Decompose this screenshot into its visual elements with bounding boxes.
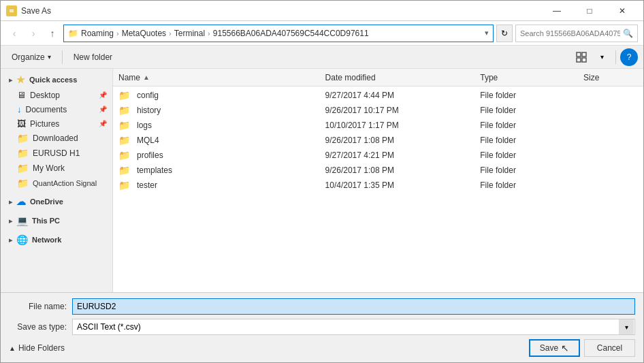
path-part-id: 915566BA06ADA407569C544CC0D97611 [213,29,369,38]
file-date: 9/27/2017 4:21 PM [325,151,481,160]
file-list: 📁 config 9/27/2017 4:44 PM File folder 📁… [113,86,643,292]
column-date[interactable]: Date modified [325,73,481,82]
column-name[interactable]: Name ▲ [118,73,325,82]
maximize-button[interactable]: □ [574,1,605,21]
onedrive-icon: ☁ [16,196,26,207]
onedrive-expand-icon: ▸ [9,198,12,206]
save-button[interactable]: Save ↖ [529,339,580,357]
saveastype-wrapper: ASCII Text (*.csv) ▾ [72,319,635,335]
pictures-icon: 🖼 [17,119,26,129]
table-row[interactable]: 📁 profiles 9/27/2017 4:21 PM File folder [113,148,643,163]
sidebar-item-eurusd[interactable]: 📁 EURUSD H1 [1,146,112,161]
svg-rect-0 [8,7,15,14]
file-type: File folder [480,136,583,145]
cursor-icon: ↖ [561,343,569,353]
left-panel: ▸ ★ Quick access 🖥 Desktop 📌 ↓ Documents… [1,69,113,292]
documents-icon: ↓ [17,104,22,114]
column-size[interactable]: Size [583,73,638,82]
file-name: config [137,91,159,100]
eurusd-folder-icon: 📁 [17,148,29,159]
filename-row: File name: [9,298,635,315]
filename-input[interactable] [72,298,635,315]
file-name: profiles [137,151,163,160]
onedrive-header[interactable]: ▸ ☁ OneDrive [1,193,112,210]
bottom-area: File name: Save as type: ASCII Text (*.c… [1,292,643,362]
folder-item-icon: 📁 [118,105,130,116]
file-type: File folder [480,91,583,100]
file-name: MQL4 [137,136,159,145]
content-area: ▸ ★ Quick access 🖥 Desktop 📌 ↓ Documents… [1,69,643,292]
sidebar-item-documents[interactable]: ↓ Documents 📌 [1,102,112,116]
new-folder-button[interactable]: New folder [68,48,118,66]
saveastype-row: Save as type: ASCII Text (*.csv) ▾ [9,319,635,335]
table-row[interactable]: 📁 config 9/27/2017 4:44 PM File folder [113,88,643,103]
up-button[interactable]: ↑ [44,25,61,42]
pin-icon-2: 📌 [99,106,107,113]
sidebar-item-pictures[interactable]: 🖼 Pictures 📌 [1,116,112,131]
network-icon: 🌐 [16,234,28,245]
right-panel: Name ▲ Date modified Type Size 📁 config [113,69,643,292]
column-type[interactable]: Type [480,73,583,82]
minimize-button[interactable]: — [541,1,573,21]
svg-rect-5 [577,58,581,62]
network-label: Network [32,236,61,244]
folder-item-icon: 📁 [118,150,130,161]
thispc-header[interactable]: ▸ 💻 This PC [1,212,112,229]
table-row[interactable]: 📁 MQL4 9/26/2017 1:08 PM File folder [113,133,643,148]
view-dropdown-button[interactable]: ▾ [592,48,611,66]
table-row[interactable]: 📁 logs 10/10/2017 1:17 PM File folder [113,118,643,133]
table-row[interactable]: 📁 history 9/26/2017 10:17 PM File folder [113,103,643,118]
quantaction-folder-icon: 📁 [17,178,29,189]
address-path[interactable]: 📁 Roaming › MetaQuotes › Terminal › 9155… [63,25,494,42]
file-type: File folder [480,106,583,115]
file-date: 10/4/2017 1:35 PM [325,180,481,190]
table-row[interactable]: 📁 tester 10/4/2017 1:35 PM File folder [113,178,643,193]
view-icon [576,52,587,63]
title-bar: Save As — □ ✕ [1,1,643,21]
svg-rect-3 [577,52,581,57]
organize-button[interactable]: Organize ▾ [6,48,57,66]
file-name: logs [137,121,152,130]
svg-rect-4 [582,52,586,57]
saveastype-label: Save as type: [9,322,67,332]
path-part-roaming: Roaming [81,29,114,38]
back-button[interactable]: ‹ [6,25,22,42]
sidebar-item-downloaded[interactable]: 📁 Downloaded [1,131,112,146]
sidebar-item-mywork[interactable]: 📁 My Work [1,161,112,176]
quick-access-expand-icon: ▸ [9,76,12,84]
folder-item-icon: 📁 [118,120,130,131]
file-list-header: Name ▲ Date modified Type Size [113,69,643,86]
path-part-metaquotes: MetaQuotes [122,29,166,38]
quick-access-group: ▸ ★ Quick access 🖥 Desktop 📌 ↓ Documents… [1,72,112,191]
file-type: File folder [480,121,583,130]
close-button[interactable]: ✕ [607,1,638,21]
thispc-label: This PC [32,217,60,225]
hide-folders-expand-icon: ▲ [9,345,16,352]
network-group: ▸ 🌐 Network [1,232,112,248]
sidebar-item-quantaction[interactable]: 📁 QuantAction Signal [1,176,112,191]
sidebar-item-desktop[interactable]: 🖥 Desktop 📌 [1,88,112,102]
folder-item-icon: 📁 [118,165,130,176]
thispc-expand-icon: ▸ [9,217,12,225]
downloaded-folder-icon: 📁 [17,133,29,144]
refresh-button[interactable]: ↻ [496,25,513,42]
saveastype-select[interactable]: ASCII Text (*.csv) [72,319,635,335]
view-button[interactable] [572,48,591,66]
network-expand-icon: ▸ [9,236,12,244]
title-icon [6,5,17,16]
quick-access-header[interactable]: ▸ ★ Quick access [1,72,112,88]
file-type: File folder [480,180,583,190]
hide-folders-button[interactable]: ▲ Hide Folders [9,343,65,353]
cancel-button[interactable]: Cancel [584,339,635,357]
network-header[interactable]: ▸ 🌐 Network [1,232,112,248]
forward-button[interactable]: › [25,25,42,42]
file-date: 9/27/2017 4:44 PM [325,91,481,100]
mywork-folder-icon: 📁 [17,163,29,174]
help-button[interactable]: ? [620,48,638,66]
search-input[interactable] [520,29,620,37]
table-row[interactable]: 📁 templates 9/26/2017 1:08 PM File folde… [113,163,643,178]
file-type: File folder [480,151,583,160]
path-dropdown-icon: ▾ [485,29,489,37]
svg-rect-6 [582,58,586,62]
save-as-dialog: Save As — □ ✕ ‹ › ↑ 📁 Roaming › MetaQuot… [0,0,644,363]
